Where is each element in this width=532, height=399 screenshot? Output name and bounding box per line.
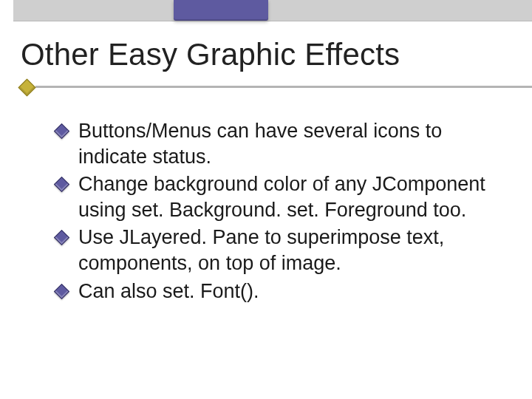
list-item: Can also set. Font(). [71, 279, 502, 304]
bullet-text: Change background color of any JComponen… [78, 173, 485, 221]
title-rule [21, 86, 532, 88]
bullet-text: Can also set. Font(). [78, 280, 259, 302]
bullet-icon [54, 177, 69, 192]
top-bar [13, 0, 532, 21]
bullet-text: Use JLayered. Pane to superimpose text, … [78, 226, 444, 274]
list-item: Use JLayered. Pane to superimpose text, … [71, 225, 502, 276]
diamond-icon [18, 78, 35, 96]
slide: Other Easy Graphic Effects Buttons/Menus… [0, 0, 532, 399]
bullet-icon [54, 283, 69, 299]
bullet-list: Buttons/Menus can have several icons to … [71, 118, 502, 306]
divider [35, 86, 532, 88]
list-item: Buttons/Menus can have several icons to … [71, 118, 502, 170]
list-item: Change background color of any JComponen… [71, 171, 502, 223]
bullet-icon [54, 230, 69, 245]
tab-accent [174, 0, 268, 21]
bullet-text: Buttons/Menus can have several icons to … [78, 120, 442, 168]
slide-title: Other Easy Graphic Effects [21, 37, 400, 72]
bullet-icon [54, 123, 69, 139]
